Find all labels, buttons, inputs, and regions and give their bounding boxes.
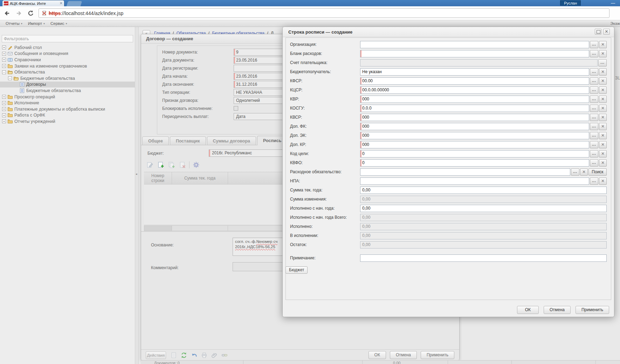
paperclip-icon[interactable] <box>211 351 218 359</box>
expand-plus-icon[interactable]: + <box>2 95 6 99</box>
lookup-menu-button[interactable]: ... <box>590 86 598 94</box>
search-button[interactable]: Поиск <box>588 168 607 176</box>
clear-field-icon[interactable]: ✕ <box>599 41 607 48</box>
browser-tab[interactable]: БФТ АЦК-Финансы. Инте ✕ <box>2 0 64 6</box>
refresh-icon[interactable] <box>180 351 188 359</box>
menu-item-1[interactable]: Импорт▾ <box>28 21 45 26</box>
expand-plus-icon[interactable]: + <box>2 46 6 49</box>
lookup-menu-button[interactable]: ... <box>590 50 598 57</box>
sidebar-item-3[interactable]: +Заявки на изменение справочников <box>0 63 135 69</box>
apply-button[interactable]: Применить <box>421 351 454 359</box>
sidebar-splitter[interactable]: ◂ <box>135 27 139 364</box>
clear-field-icon[interactable]: ✕ <box>599 105 607 112</box>
splitter-collapse-icon[interactable]: ◂ <box>136 172 137 176</box>
expand-plus-icon[interactable]: + <box>2 101 6 105</box>
dialog-field-input[interactable]: 000 <box>360 141 589 148</box>
clear-field-icon[interactable]: ✕ <box>599 132 607 139</box>
expand-plus-icon[interactable]: + <box>2 58 6 62</box>
undo-icon[interactable] <box>190 351 198 359</box>
clear-field-icon[interactable]: ✕ <box>599 50 607 57</box>
sidebar-item-9[interactable]: +Исполнение <box>0 100 135 106</box>
document-icon[interactable] <box>170 351 178 359</box>
forward-icon[interactable] <box>14 8 24 18</box>
dialog-field-input[interactable] <box>360 254 607 262</box>
expand-plus-icon[interactable]: + <box>2 64 6 68</box>
block-execution-checkbox[interactable] <box>234 106 238 111</box>
tab-общее[interactable]: Общее <box>142 136 169 145</box>
sidebar-item-2[interactable]: +Справочники <box>0 57 135 63</box>
lookup-menu-button[interactable]: ... <box>590 141 598 148</box>
dialog-field-input[interactable]: 0,00 <box>360 205 607 212</box>
printer-icon[interactable] <box>200 351 208 359</box>
lookup-menu-button[interactable]: ... <box>571 168 579 176</box>
lookup-menu-button[interactable]: ... <box>590 159 598 167</box>
sidebar-item-11[interactable]: +Работа с ОрФК <box>0 112 135 119</box>
expand-plus-icon[interactable]: + <box>2 52 6 56</box>
lookup-menu-button[interactable]: ... <box>590 96 598 103</box>
clear-field-icon[interactable]: ✕ <box>599 86 607 94</box>
dialog-field-input[interactable]: 0 <box>360 159 589 167</box>
collapse-minus-icon[interactable]: − <box>8 76 12 80</box>
clear-field-icon[interactable]: ✕ <box>599 96 607 103</box>
dialog-ok-button[interactable]: ОК <box>517 306 539 314</box>
link-icon[interactable] <box>221 351 228 359</box>
sidebar-item-8[interactable]: +Просмотр операций <box>0 94 135 100</box>
grid-column-header-1[interactable]: Сумма тек. года <box>172 172 228 184</box>
edit-pencil-icon[interactable] <box>146 161 154 169</box>
delete-row-icon[interactable] <box>178 161 187 169</box>
expand-plus-icon[interactable]: + <box>2 107 6 111</box>
dialog-field-input[interactable] <box>360 50 589 57</box>
lookup-menu-button[interactable]: ... <box>590 41 598 48</box>
copy-row-icon[interactable] <box>167 161 176 169</box>
dialog-field-input[interactable]: 000 <box>360 96 589 103</box>
collapse-minus-icon[interactable]: − <box>2 70 6 74</box>
new-tab-button[interactable] <box>67 1 82 6</box>
lookup-menu-button[interactable]: ... <box>590 132 598 139</box>
clear-field-icon[interactable]: ✕ <box>599 77 607 85</box>
back-icon[interactable] <box>2 8 12 18</box>
dialog-field-input[interactable]: 000 <box>360 114 589 121</box>
sidebar-item-1[interactable]: +Сообщения и оповещения <box>0 51 135 57</box>
clear-field-icon[interactable]: ✕ <box>599 150 607 158</box>
clear-field-icon[interactable]: ✕ <box>599 114 607 121</box>
clear-field-icon[interactable]: ✕ <box>580 168 588 176</box>
dialog-cancel-button[interactable]: Отмена <box>544 306 571 314</box>
clear-field-icon[interactable]: ✕ <box>599 68 607 76</box>
dialog-field-input[interactable]: Не указан <box>360 68 589 76</box>
lookup-menu-button[interactable]: ... <box>590 68 598 76</box>
lookup-menu-button[interactable]: ... <box>590 114 598 121</box>
dialog-field-input[interactable]: 00.00 <box>360 77 589 85</box>
add-row-icon[interactable] <box>157 161 165 169</box>
dialog-field-input[interactable] <box>360 168 570 176</box>
clear-field-icon[interactable]: ✕ <box>599 141 607 148</box>
cancel-button[interactable]: Отмена <box>390 351 417 359</box>
minimize-icon[interactable]: — <box>611 1 615 6</box>
sidebar-item-0[interactable]: +Рабочий стол <box>0 44 135 51</box>
tab-поставщик[interactable]: Поставщик <box>170 136 206 145</box>
gear-icon[interactable] <box>192 161 200 169</box>
dialog-budget-button[interactable]: Бюджет <box>285 266 308 274</box>
lookup-menu-button[interactable]: ... <box>590 177 598 185</box>
address-bar[interactable]: https://localhost:444/azk/index.jsp <box>39 8 609 18</box>
clear-field-icon[interactable]: ✕ <box>599 123 607 130</box>
tab-суммы-договора[interactable]: Суммы договора <box>207 136 256 145</box>
lookup-menu-button[interactable]: ... <box>590 150 598 158</box>
clear-field-icon[interactable]: ✕ <box>599 177 607 185</box>
dialog-field-input[interactable]: 00.0.00.00000 <box>360 86 589 94</box>
clear-field-icon[interactable]: ✕ <box>599 159 607 167</box>
dialog-field-input[interactable]: 000 <box>360 123 589 130</box>
sidebar-item-7[interactable]: Бюджетные обязательства <box>0 88 135 94</box>
user-button[interactable]: Руслан <box>560 0 581 6</box>
dialog-close-icon[interactable]: ✕ <box>603 29 610 35</box>
filter-input[interactable] <box>2 35 133 42</box>
dialog-maximize-icon[interactable] <box>595 29 601 35</box>
dialog-apply-button[interactable]: Применить <box>576 306 609 314</box>
dialog-field-input[interactable]: 000 <box>360 132 589 139</box>
tab-close-icon[interactable]: ✕ <box>60 1 63 5</box>
sidebar-item-12[interactable]: +Отчеты учреждений <box>0 118 135 125</box>
grid-column-header-0[interactable]: Номер строки <box>144 172 172 184</box>
expand-plus-icon[interactable]: + <box>2 119 6 123</box>
dialog-field-input[interactable] <box>360 177 589 185</box>
dialog-field-input[interactable]: 0.0.0 <box>360 105 589 112</box>
dialog-field-input[interactable]: 0,00 <box>360 187 607 194</box>
